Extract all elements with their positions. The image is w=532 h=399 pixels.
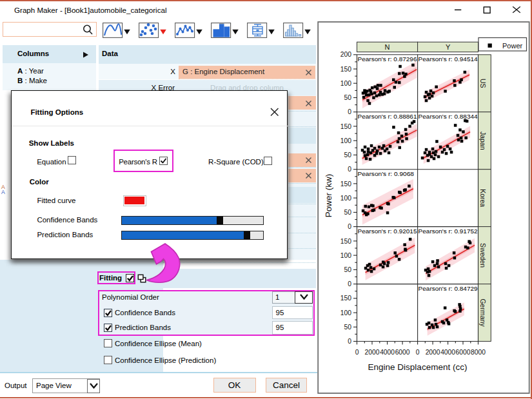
svg-text:6000: 6000 xyxy=(456,349,471,356)
svg-text:0: 0 xyxy=(355,349,359,356)
svg-text:100: 100 xyxy=(340,309,351,316)
svg-text:4000: 4000 xyxy=(440,349,455,356)
svg-text:Engine Displacement (cc): Engine Displacement (cc) xyxy=(368,362,468,372)
svg-text:6000: 6000 xyxy=(395,349,410,356)
svg-text:100: 100 xyxy=(340,195,351,202)
svg-text:2000: 2000 xyxy=(365,349,380,356)
svg-text:Power (kw): Power (kw) xyxy=(324,174,333,218)
svg-text:0: 0 xyxy=(348,280,351,287)
svg-text:Pearson's r: 0.84729: Pearson's r: 0.84729 xyxy=(419,285,478,292)
svg-text:100: 100 xyxy=(340,252,351,259)
svg-text:N: N xyxy=(385,43,390,51)
svg-text:50: 50 xyxy=(344,324,352,331)
svg-text:0: 0 xyxy=(348,338,351,345)
svg-text:50: 50 xyxy=(344,209,352,216)
svg-text:200: 200 xyxy=(340,51,351,58)
svg-text:50: 50 xyxy=(344,151,352,159)
svg-text:0: 0 xyxy=(348,223,351,230)
svg-text:0: 0 xyxy=(416,349,420,356)
svg-text:8000: 8000 xyxy=(471,349,486,356)
svg-text:0: 0 xyxy=(348,108,351,115)
svg-text:US: US xyxy=(479,79,487,88)
svg-text:150: 150 xyxy=(340,180,351,188)
svg-text:Korea: Korea xyxy=(479,189,487,207)
svg-text:150: 150 xyxy=(340,123,351,130)
svg-text:Pearson's r: 0.92015: Pearson's r: 0.92015 xyxy=(358,228,417,235)
svg-text:4000: 4000 xyxy=(380,349,395,356)
svg-text:Pearson's r: 0.87296: Pearson's r: 0.87296 xyxy=(358,55,417,63)
svg-text:Germany: Germany xyxy=(479,298,487,327)
svg-text:150: 150 xyxy=(340,295,351,302)
svg-text:Pearson's r: 0.9068: Pearson's r: 0.9068 xyxy=(358,170,414,177)
svg-text:Pearson's r: 0.91752: Pearson's r: 0.91752 xyxy=(419,228,478,235)
svg-text:Sweden: Sweden xyxy=(479,243,487,268)
svg-text:Pearson's r: 0.94514: Pearson's r: 0.94514 xyxy=(419,55,478,63)
svg-text:150: 150 xyxy=(340,66,351,73)
svg-text:150: 150 xyxy=(340,238,351,245)
svg-text:Pearson's r: 0.88344: Pearson's r: 0.88344 xyxy=(419,113,478,120)
svg-text:100: 100 xyxy=(340,137,351,144)
svg-text:100: 100 xyxy=(340,80,351,87)
svg-text:0: 0 xyxy=(348,166,351,173)
svg-text:50: 50 xyxy=(344,94,352,101)
svg-text:Pearson's r: 0.88861: Pearson's r: 0.88861 xyxy=(358,113,417,120)
svg-text:2000: 2000 xyxy=(426,349,440,356)
svg-text:Power: Power xyxy=(502,42,523,50)
svg-text:50: 50 xyxy=(344,266,352,273)
svg-text:Japan: Japan xyxy=(479,131,487,150)
svg-text:Y: Y xyxy=(446,43,451,51)
